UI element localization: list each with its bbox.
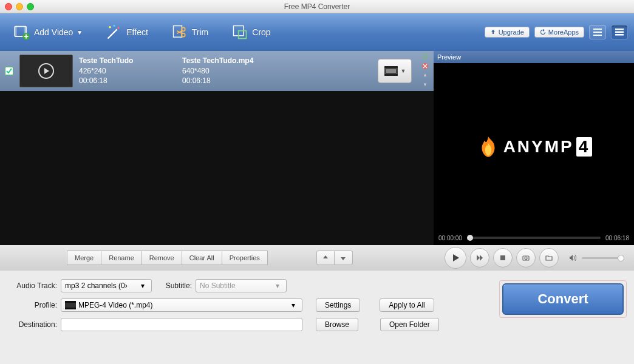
chevron-down-icon: ▾: [138, 281, 148, 290]
profile-label: Profile:: [7, 301, 57, 309]
menu-view-button[interactable]: [611, 25, 628, 39]
svg-rect-16: [384, 66, 398, 68]
volume-icon: [568, 254, 577, 262]
svg-rect-22: [500, 255, 505, 260]
arrow-down-icon: [340, 255, 346, 261]
seek-slider[interactable]: [467, 237, 601, 239]
flame-icon: [476, 134, 501, 160]
play-icon: [451, 254, 460, 262]
item-move-up-icon[interactable]: ▲: [421, 72, 429, 79]
forward-button[interactable]: [470, 248, 489, 268]
subtitle-label: Subtitle:: [155, 281, 192, 290]
item-checkbox[interactable]: [5, 67, 13, 75]
film-icon: [65, 301, 76, 309]
output-settings: Audio Track: mp3 2 channels (0› ▾ Subtit…: [0, 271, 634, 340]
svg-point-8: [182, 27, 185, 31]
svg-rect-11: [239, 31, 247, 39]
scissors-icon: [171, 24, 188, 41]
svg-point-9: [182, 33, 185, 37]
output-format-dropdown[interactable]: ▼: [378, 59, 412, 83]
film-icon: [384, 64, 398, 78]
camera-icon: [522, 254, 530, 261]
stop-button[interactable]: [493, 248, 513, 268]
output-filename: Teste TechTudo.mp4: [182, 56, 291, 66]
browse-button[interactable]: Browse: [316, 318, 358, 331]
add-video-button[interactable]: Add Video ▼: [6, 21, 90, 43]
chevron-down-icon: ▾: [288, 301, 298, 309]
action-bar: Merge Rename Remove Clear All Properties: [0, 245, 634, 271]
rename-button[interactable]: Rename: [101, 251, 142, 265]
play-icon: [38, 63, 54, 79]
merge-button[interactable]: Merge: [67, 251, 101, 265]
svg-rect-18: [386, 69, 396, 73]
item-move-down-icon[interactable]: ▼: [421, 82, 429, 89]
svg-rect-17: [384, 74, 398, 76]
crop-icon: [231, 24, 248, 41]
open-snapshot-folder-button[interactable]: [539, 248, 559, 268]
forward-icon: [476, 254, 483, 261]
svg-rect-13: [615, 32, 624, 33]
chevron-down-icon: ▼: [401, 68, 406, 74]
item-remove-icon[interactable]: [421, 62, 429, 70]
preview-timeline: 00:00:00 00:06:18: [434, 231, 634, 245]
trim-label: Trim: [192, 27, 208, 37]
upload-icon: [490, 29, 496, 35]
audio-track-select[interactable]: mp3 2 channels (0› ▾: [61, 279, 152, 292]
settings-button[interactable]: Settings: [316, 298, 360, 312]
volume-slider[interactable]: [582, 257, 624, 259]
clearall-button[interactable]: Clear All: [182, 251, 222, 265]
move-up-button[interactable]: [316, 251, 335, 265]
properties-button[interactable]: Properties: [222, 251, 268, 265]
subtitle-select[interactable]: No Subtitle ▾: [196, 279, 287, 292]
upgrade-button[interactable]: Upgrade: [485, 27, 530, 38]
titlebar: Free MP4 Converter: [0, 0, 634, 13]
window-title: Free MP4 Converter: [0, 2, 634, 11]
convert-button[interactable]: Convert: [502, 283, 624, 315]
video-list-item[interactable]: Teste TechTudo 426*240 00:06:18 Teste Te…: [0, 51, 434, 91]
profile-select[interactable]: MPEG-4 Video (*.mp4) ▾: [61, 298, 302, 312]
list-icon: [593, 29, 602, 36]
svg-rect-12: [615, 29, 624, 30]
trim-button[interactable]: Trim: [164, 21, 216, 43]
snapshot-button[interactable]: [516, 248, 536, 268]
svg-rect-26: [65, 301, 76, 303]
effect-label: Effect: [126, 27, 148, 37]
menu-icon: [615, 29, 624, 36]
audio-track-label: Audio Track:: [7, 281, 57, 290]
remove-button[interactable]: Remove: [142, 251, 182, 265]
playback-total: 00:06:18: [605, 235, 629, 241]
output-resolution: 640*480: [182, 66, 291, 76]
arrow-up-icon: [322, 255, 329, 261]
source-title: Teste TechTudo: [79, 56, 176, 66]
svg-point-4: [109, 26, 112, 29]
video-thumbnail[interactable]: [19, 55, 73, 87]
output-duration: 00:06:18: [182, 76, 291, 86]
crop-label: Crop: [252, 27, 270, 37]
preview-panel: Preview ANYMP 4 00:00:00 00:06:18: [434, 51, 634, 245]
folder-icon: [545, 254, 553, 261]
svg-point-5: [114, 25, 116, 27]
open-folder-button[interactable]: Open Folder: [380, 318, 439, 331]
film-add-icon: [13, 24, 30, 41]
move-down-button[interactable]: [335, 251, 353, 265]
apply-to-all-button[interactable]: Apply to All: [380, 298, 434, 312]
refresh-icon: [540, 29, 546, 35]
svg-rect-27: [65, 308, 76, 309]
preview-header: Preview: [434, 51, 634, 63]
wand-icon: [106, 24, 123, 41]
video-list: Teste TechTudo 426*240 00:06:18 Teste Te…: [0, 51, 434, 245]
play-button[interactable]: [445, 247, 466, 269]
crop-button[interactable]: Crop: [224, 21, 278, 43]
upgrade-label: Upgrade: [499, 29, 524, 36]
chevron-down-icon: ▾: [273, 281, 282, 290]
svg-point-24: [525, 257, 527, 260]
playback-position: 00:00:00: [438, 235, 462, 241]
moreapps-button[interactable]: MoreApps: [534, 27, 584, 38]
svg-point-20: [424, 56, 426, 58]
svg-rect-14: [615, 34, 624, 36]
brand-logo: ANYMP 4: [476, 134, 593, 160]
destination-input[interactable]: [61, 318, 302, 331]
item-settings-icon[interactable]: [421, 53, 429, 60]
effect-button[interactable]: Effect: [98, 21, 155, 43]
list-view-button[interactable]: [589, 25, 606, 39]
